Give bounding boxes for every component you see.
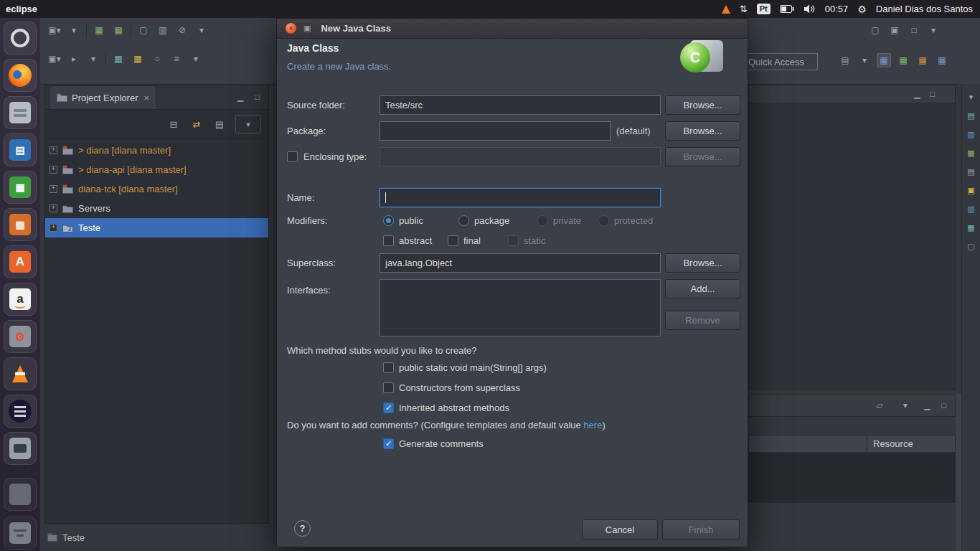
- enclosing-type-checkbox[interactable]: [287, 151, 298, 162]
- perspective-list-icon[interactable]: ▤: [838, 53, 852, 67]
- archive-drawer-icon[interactable]: [4, 517, 37, 550]
- stub-constructors-label[interactable]: Constructors from superclass: [399, 382, 520, 394]
- package-browse-button[interactable]: Browse...: [665, 121, 740, 141]
- stub-main-checkbox[interactable]: [383, 362, 394, 373]
- tasks-scrollbar[interactable]: [956, 394, 961, 551]
- generate-comments-label[interactable]: Generate comments: [399, 438, 484, 450]
- tree-item-diana-api[interactable]: + > diana-api [diana master]: [45, 160, 268, 179]
- new-dropdown-icon[interactable]: ▾: [67, 23, 81, 37]
- tree-item-diana[interactable]: + > diana [diana master]: [45, 141, 268, 160]
- quick-access-input[interactable]: [743, 53, 818, 70]
- package-input[interactable]: [380, 121, 611, 141]
- window-menu-icon[interactable]: ▣: [303, 24, 311, 33]
- active-app-name[interactable]: eclipse: [6, 4, 37, 14]
- restore-views-icon[interactable]: ▾: [966, 91, 977, 103]
- save-icon[interactable]: ▢: [136, 23, 151, 37]
- keyboard-layout-indicator[interactable]: Pt: [757, 4, 771, 14]
- dialog-titlebar[interactable]: × ▣ New Java Class: [277, 19, 748, 39]
- tab-project-explorer[interactable]: Project Explorer ×: [50, 85, 156, 109]
- vlc-tray-icon[interactable]: [722, 5, 730, 14]
- trash-icon[interactable]: [4, 478, 37, 511]
- source-folder-input[interactable]: Teste/src: [380, 95, 661, 115]
- generate-comments-checkbox[interactable]: ✓: [383, 438, 394, 449]
- open-type-icon[interactable]: ▦: [111, 23, 126, 37]
- session-user-name[interactable]: Daniel Dias dos Santos: [876, 4, 973, 14]
- new-java-class-icon[interactable]: ▦: [111, 52, 126, 66]
- debug-perspective-icon[interactable]: ▦: [915, 53, 930, 67]
- firefox-icon[interactable]: [4, 59, 37, 92]
- toolbar-overflow-icon[interactable]: ▾: [194, 23, 209, 37]
- maximize-panel-icon[interactable]: □: [255, 93, 260, 102]
- open-task-icon[interactable]: ▢: [868, 23, 882, 37]
- ubuntu-software-icon[interactable]: A: [4, 245, 37, 278]
- stub-inherited-label[interactable]: Inherited abstract methods: [399, 402, 509, 414]
- close-window-icon[interactable]: ×: [286, 23, 296, 34]
- expander-icon[interactable]: +: [50, 146, 57, 154]
- battery-icon[interactable]: [780, 5, 794, 13]
- help-button[interactable]: ?: [294, 520, 311, 537]
- stub-constructors-checkbox[interactable]: [383, 382, 394, 393]
- stub-main-label[interactable]: public static void main(String[] args): [399, 362, 547, 374]
- libreoffice-writer-icon[interactable]: ▤: [4, 133, 37, 166]
- tree-item-diana-tck[interactable]: + diana-tck [diana master]: [45, 179, 268, 199]
- configure-templates-link[interactable]: here: [583, 420, 602, 430]
- outline-view-icon[interactable]: ▤: [966, 110, 977, 121]
- modifier-abstract-checkbox[interactable]: [383, 235, 394, 246]
- print-icon[interactable]: ▥: [156, 23, 170, 37]
- tree-item-servers[interactable]: + Servers: [45, 199, 268, 218]
- link-with-editor-icon[interactable]: ⇄: [189, 117, 204, 131]
- tasks-filter-icon[interactable]: ▱: [872, 398, 887, 413]
- expander-icon[interactable]: +: [50, 224, 57, 232]
- superclass-browse-button[interactable]: Browse...: [665, 253, 740, 273]
- minimize-view-icon[interactable]: ▁: [914, 90, 920, 99]
- run-icon[interactable]: ▸: [67, 52, 81, 66]
- libreoffice-calc-icon[interactable]: ▦: [4, 171, 37, 204]
- clock[interactable]: 00:57: [825, 4, 849, 14]
- toolbar-chevron-icon[interactable]: ▾: [926, 23, 941, 37]
- eclipse-app-icon[interactable]: [4, 395, 37, 428]
- modifier-abstract-label[interactable]: abstract: [399, 235, 432, 247]
- sync-arrows-icon[interactable]: ⇅: [740, 4, 748, 14]
- java-perspective-icon[interactable]: ▦: [896, 53, 910, 67]
- amazon-icon[interactable]: a: [4, 283, 37, 316]
- stub-inherited-checkbox[interactable]: ✓: [383, 402, 394, 413]
- tasks-column-resource[interactable]: Resource: [867, 435, 956, 453]
- tree-item-teste[interactable]: + J Teste: [45, 218, 268, 237]
- focus-view-icon[interactable]: ▤: [212, 117, 227, 131]
- modifier-package-label[interactable]: package: [474, 215, 509, 227]
- search-view-icon[interactable]: ▦: [966, 222, 977, 233]
- console-view-icon[interactable]: ▥: [966, 203, 977, 215]
- minimize-panel-icon[interactable]: ▁: [237, 93, 243, 102]
- new-package-icon[interactable]: ▦: [131, 52, 145, 66]
- tasks-column-blank[interactable]: [748, 435, 867, 453]
- name-input[interactable]: [380, 188, 661, 207]
- datasource-view-icon[interactable]: ▤: [966, 166, 977, 177]
- close-tab-icon[interactable]: ×: [143, 93, 149, 103]
- superclass-input[interactable]: java.lang.Object: [380, 253, 661, 273]
- new-wizard-icon[interactable]: ▣▾: [47, 23, 62, 37]
- servers-view-icon[interactable]: ▦: [966, 147, 977, 159]
- open-perspective-icon[interactable]: ▦: [92, 23, 106, 37]
- collapse-all-icon[interactable]: ⊟: [166, 117, 181, 131]
- tasks-minimize-icon[interactable]: ▁: [924, 401, 930, 410]
- maximize-view-icon[interactable]: □: [930, 90, 935, 98]
- annotations-icon[interactable]: ≡: [169, 52, 184, 66]
- perspective-dropdown-icon[interactable]: ▾: [857, 53, 872, 67]
- expander-icon[interactable]: +: [50, 204, 57, 212]
- search-icon[interactable]: ○: [150, 52, 164, 66]
- run-dropdown-icon[interactable]: ▾: [86, 52, 100, 66]
- volume-icon[interactable]: [804, 4, 816, 14]
- view-menu-dropdown[interactable]: ▾: [235, 115, 261, 133]
- source-folder-browse-button[interactable]: Browse...: [665, 95, 740, 115]
- modifier-public-label[interactable]: public: [399, 215, 423, 227]
- expander-icon[interactable]: +: [50, 185, 57, 193]
- pin-editor-icon[interactable]: ▣: [887, 23, 902, 37]
- window-actions-icon[interactable]: □: [907, 23, 921, 37]
- tasks-table-body[interactable]: [748, 453, 956, 503]
- modifier-final-label[interactable]: final: [463, 235, 481, 247]
- software-center-icon[interactable]: ⚙: [4, 320, 37, 353]
- modifier-package-radio[interactable]: [458, 215, 469, 226]
- cancel-button[interactable]: Cancel: [582, 519, 658, 540]
- taskflow-view-icon[interactable]: ▥: [966, 128, 977, 140]
- files-icon[interactable]: [4, 96, 37, 129]
